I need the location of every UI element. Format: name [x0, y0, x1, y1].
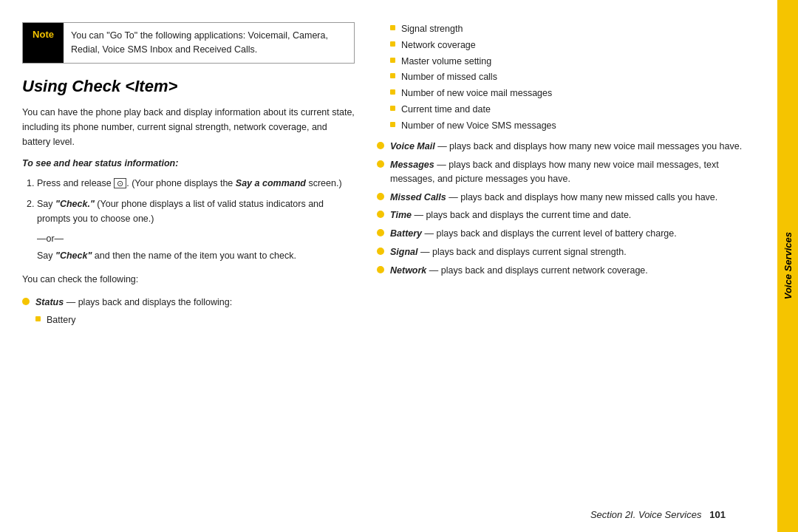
- section-title: Using Check <Item>: [22, 77, 355, 96]
- sub-bullet-missed-calls: Number of missed calls: [390, 70, 763, 84]
- step-1: Press and release ⊙. (Your phone display…: [37, 176, 355, 191]
- can-check: You can check the following:: [22, 272, 355, 287]
- left-column: Note You can "Go To" the following appli…: [22, 22, 377, 517]
- network-bullet: Network — plays back and displays curren…: [377, 264, 763, 278]
- or-text: —or—: [37, 233, 355, 244]
- yellow-dot: [377, 229, 384, 236]
- yellow-dot: [377, 193, 384, 200]
- messages-bullet: Messages — plays back and displays how m…: [377, 158, 763, 186]
- note-box: Note You can "Go To" the following appli…: [22, 22, 355, 64]
- battery-bullet: Battery — plays back and displays the cu…: [377, 227, 763, 241]
- missed-calls-bullet: Missed Calls — plays back and displays h…: [377, 191, 763, 205]
- small-dot: [390, 25, 395, 30]
- right-column: Signal strength Network coverage Master …: [377, 22, 777, 517]
- small-dot: [390, 73, 395, 78]
- subheading: To see and hear status information:: [22, 158, 355, 168]
- note-text: You can "Go To" the following applicatio…: [64, 23, 354, 63]
- sub-bullet-signal: Signal strength: [390, 22, 763, 36]
- yellow-dot: [377, 266, 384, 273]
- numbered-list: Press and release ⊙. (Your phone display…: [22, 176, 355, 226]
- small-dot: [390, 58, 395, 63]
- yellow-dot: [377, 248, 384, 255]
- sub-bullet-volume: Master volume setting: [390, 55, 763, 69]
- body-paragraph: You can have the phone play back and dis…: [22, 105, 355, 149]
- small-dot: [390, 41, 395, 47]
- yellow-dot: [22, 298, 30, 305]
- small-dot: [390, 89, 395, 95]
- right-small-bullets: Signal strength Network coverage Master …: [377, 22, 763, 132]
- status-bullet: Status — plays back and displays the fol…: [22, 296, 355, 310]
- yellow-dot: [377, 142, 384, 149]
- footer: Section 2I. Voice Services 101: [590, 509, 726, 520]
- say-check-para: Say "Check" and then the name of the ite…: [37, 248, 355, 263]
- sub-bullet-datetime: Current time and date: [390, 103, 763, 117]
- side-tab-label: Voice Services: [782, 232, 794, 299]
- side-tab: Voice Services: [777, 0, 798, 532]
- small-dot: [390, 106, 395, 111]
- sub-bullet-sms: Number of new Voice SMS messages: [390, 119, 763, 133]
- small-dot: [35, 316, 41, 321]
- sub-bullet-battery: Battery: [35, 313, 355, 327]
- yellow-dot: [377, 211, 384, 218]
- main-content: Note You can "Go To" the following appli…: [0, 0, 777, 532]
- sub-bullet-network: Network coverage: [390, 38, 763, 52]
- signal-bullet: Signal — plays back and displays current…: [377, 245, 763, 259]
- step-2: Say "Check." (Your phone displays a list…: [37, 197, 355, 226]
- note-label: Note: [23, 23, 64, 63]
- time-bullet: Time — plays back and displays the curre…: [377, 208, 763, 222]
- voicemail-bullet: Voice Mail — plays back and displays how…: [377, 140, 763, 154]
- symbol: ⊙: [114, 178, 126, 188]
- small-dot: [390, 122, 395, 127]
- yellow-dot: [377, 160, 384, 168]
- sub-bullet-voicemail: Number of new voice mail messages: [390, 86, 763, 100]
